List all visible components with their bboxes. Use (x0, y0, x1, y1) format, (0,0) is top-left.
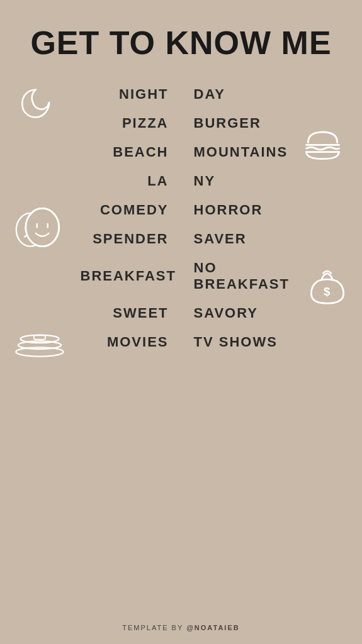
left-word: SPENDER (81, 231, 181, 247)
right-word: SAVER (181, 231, 282, 247)
theater-masks-icon (9, 203, 69, 253)
burger-icon (299, 124, 346, 165)
page-title: GET TO KNOW ME (30, 25, 331, 61)
left-word: PIZZA (81, 115, 181, 131)
left-word: MOVIES (81, 334, 181, 350)
footer-prefix: TEMPLATE BY (122, 624, 186, 631)
right-word: HORROR (181, 202, 282, 218)
left-word: BEACH (81, 144, 181, 160)
svg-point-8 (26, 209, 59, 247)
pair-row: LANY (0, 167, 362, 196)
right-word: NY (181, 173, 282, 189)
left-word: NIGHT (81, 86, 181, 103)
left-word: BREAKFAST (81, 268, 181, 284)
footer-handle: @NOATAIEB (186, 624, 240, 631)
right-word: BURGER (181, 115, 282, 131)
right-word: SAVORY (181, 305, 282, 321)
right-word: NO BREAKFAST (181, 260, 282, 292)
left-word: COMEDY (81, 202, 181, 218)
right-word: DAY (181, 86, 282, 103)
grid-container: $ NIGHTDAYPIZZABURGERBEACHMOUNTAINSLANYC… (0, 80, 362, 613)
money-bag-icon: $ (305, 259, 349, 309)
svg-rect-15 (34, 336, 45, 340)
right-word: MOUNTAINS (181, 144, 282, 160)
pancakes-icon (11, 322, 68, 360)
left-word: LA (81, 173, 181, 189)
moon-icon (19, 80, 63, 124)
left-word: SWEET (81, 305, 181, 321)
svg-text:$: $ (324, 285, 331, 298)
footer: TEMPLATE BY @NOATAIEB (122, 613, 239, 644)
right-word: TV SHOWS (181, 334, 282, 350)
